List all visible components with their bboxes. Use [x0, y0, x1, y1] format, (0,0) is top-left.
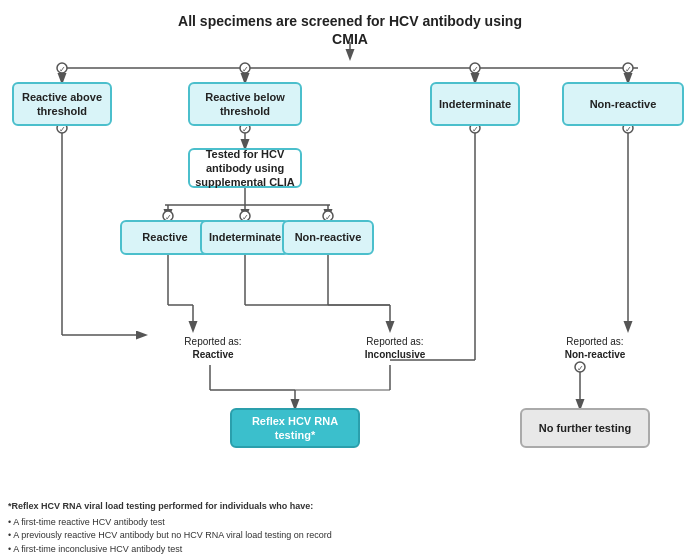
- node-reactive-below: Reactive below threshold: [188, 82, 302, 126]
- bullet-3: A first-time inconclusive HCV antibody t…: [13, 544, 182, 554]
- svg-text:✓: ✓: [242, 125, 249, 134]
- node-indeterminate-mid: Indeterminate: [200, 220, 290, 255]
- svg-text:✓: ✓: [625, 65, 632, 74]
- footer-bullets: • A first-time reactive HCV antibody tes…: [8, 516, 692, 557]
- node-tested-clia: Tested for HCV antibody using supplement…: [188, 148, 302, 188]
- svg-text:✓: ✓: [59, 65, 66, 74]
- svg-text:✓: ✓: [472, 65, 479, 74]
- bullet-2: A previously reactive HCV antibody but n…: [13, 530, 332, 540]
- node-no-further: No further testing: [520, 408, 650, 448]
- main-title: All specimens are screened for HCV antib…: [160, 12, 540, 48]
- node-reactive-above: Reactive above threshold: [12, 82, 112, 126]
- svg-point-33: [240, 63, 250, 73]
- svg-text:✓: ✓: [59, 125, 66, 134]
- reported-reactive: Reported as:Reactive: [148, 330, 278, 365]
- svg-text:✓: ✓: [577, 364, 584, 373]
- svg-text:✓: ✓: [242, 65, 249, 74]
- node-reflex-rna: Reflex HCV RNA testing*: [230, 408, 360, 448]
- svg-point-31: [57, 63, 67, 73]
- bullet-1: A first-time reactive HCV antibody test: [13, 517, 165, 527]
- reported-inconclusive: Reported as:Inconclusive: [330, 330, 460, 365]
- svg-text:✓: ✓: [625, 125, 632, 134]
- footer: *Reflex HCV RNA viral load testing perfo…: [8, 500, 692, 556]
- svg-point-35: [470, 63, 480, 73]
- node-reactive-mid: Reactive: [120, 220, 210, 255]
- svg-text:✓: ✓: [472, 125, 479, 134]
- svg-point-37: [623, 63, 633, 73]
- node-non-reactive-mid: Non-reactive: [282, 220, 374, 255]
- node-non-reactive-top: Non-reactive: [562, 82, 684, 126]
- diagram: ✓ ✓ ✓ ✓ ✓ ✓ ✓ ✓ ✓ ✓ ✓ ✓ All spec: [0, 0, 700, 560]
- reported-non-reactive: Reported as:Non-reactive: [530, 330, 660, 365]
- node-indeterminate-top: Indeterminate: [430, 82, 520, 126]
